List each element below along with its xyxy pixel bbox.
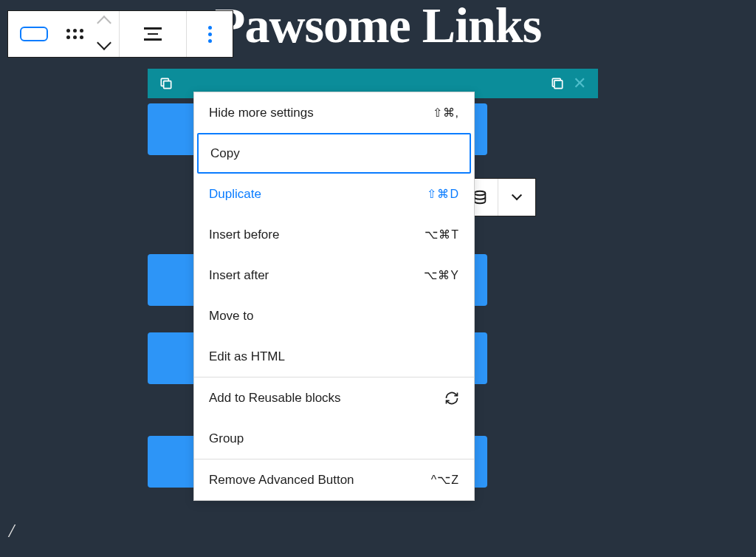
menu-label: Move to [209,309,459,324]
block-type-button[interactable] [8,11,60,57]
secondary-more-button[interactable] [498,179,535,216]
align-button[interactable] [120,11,186,57]
more-options-button[interactable] [187,11,233,57]
group-item[interactable]: Group [194,418,474,459]
copy-icon [159,76,173,91]
insert-after-item[interactable]: Insert after ⌥⌘Y [194,255,474,295]
layers-icon [550,76,565,91]
menu-label: Group [209,431,459,446]
menu-shortcut: ⌥⌘T [425,228,459,242]
svg-point-2 [474,191,485,196]
edit-as-html-item[interactable]: Edit as HTML [194,336,474,377]
close-header-button[interactable]: ✕ [568,72,591,95]
layers-icon-button[interactable] [546,72,568,95]
menu-label: Duplicate [209,187,427,202]
chevron-up-icon [97,16,111,30]
remove-advanced-button-item[interactable]: Remove Advanced Button ^⌥Z [194,459,474,500]
move-down-button[interactable] [99,39,109,50]
copy-block-icon-button[interactable] [155,72,177,95]
drag-icon [66,29,83,39]
insert-before-item[interactable]: Insert before ⌥⌘T [194,214,474,255]
copy-item[interactable]: Copy [197,133,471,174]
chevron-down-icon [512,190,522,200]
move-up-button[interactable] [99,18,109,30]
duplicate-item[interactable]: Duplicate ⇧⌘D [194,174,474,214]
block-toolbar [7,10,233,58]
block-options-dropdown: Hide more settings ⇧⌘, Copy Duplicate ⇧⌘… [193,92,475,501]
add-reusable-blocks-item[interactable]: Add to Reusable blocks [194,377,474,418]
reusable-icon [444,391,459,406]
menu-shortcut: ⌥⌘Y [424,268,459,282]
menu-label: Copy [210,146,458,161]
menu-label: Insert after [209,268,424,283]
menu-label: Remove Advanced Button [209,473,431,488]
svg-rect-0 [164,81,171,89]
page-title: Pawsome Links [215,0,541,55]
hide-more-settings-item[interactable]: Hide more settings ⇧⌘, [194,92,474,133]
menu-shortcut: ⇧⌘, [433,106,459,120]
menu-label: Insert before [209,228,425,242]
slash-indicator: / [9,520,14,542]
close-icon: ✕ [573,74,586,93]
menu-shortcut: ⇧⌘D [427,187,459,201]
align-center-icon [144,27,162,41]
dots-vertical-icon [208,26,212,43]
menu-label: Hide more settings [209,106,433,120]
menu-label: Edit as HTML [209,349,459,364]
menu-label: Add to Reusable blocks [209,391,444,406]
button-block-icon [20,27,48,41]
svg-rect-1 [554,81,563,89]
menu-shortcut: ^⌥Z [431,473,459,487]
drag-handle[interactable] [60,11,89,57]
move-to-item[interactable]: Move to [194,295,474,336]
chevron-down-icon [97,35,111,50]
